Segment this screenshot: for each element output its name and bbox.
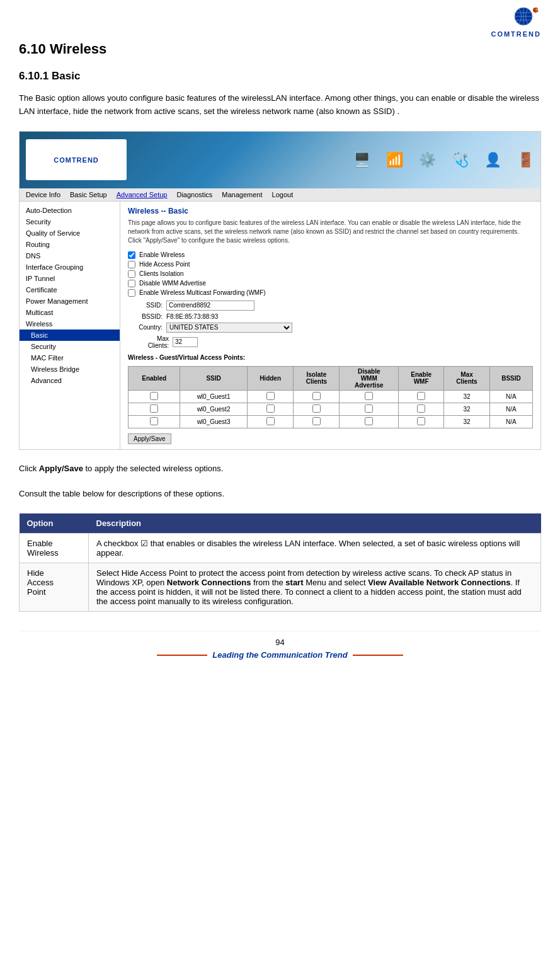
nav-icon-mgmt: 👤 [484, 152, 501, 168]
guest3-enable-wmf[interactable] [417, 417, 425, 425]
sidebar-item-iptunnel[interactable]: IP Tunnel [20, 273, 120, 284]
max-clients-input[interactable] [173, 337, 198, 347]
col-enable-wmf: EnableWMF [399, 366, 444, 390]
nav-icon-advanced: ⚙️ [419, 152, 436, 168]
sidebar-item-wireless[interactable]: Wireless [20, 318, 120, 329]
nav-advanced-setup[interactable]: Advanced Setup [117, 191, 168, 198]
guest3-disable-wmm[interactable] [365, 417, 373, 425]
click-text-suffix: to apply the selected wireless options. [83, 464, 224, 473]
sidebar-item-dns[interactable]: DNS [20, 250, 120, 261]
sidebar-item-advanced[interactable]: Advanced [20, 375, 120, 386]
page-number: 94 [19, 638, 541, 647]
col-isolate: IsolateClients [294, 366, 340, 390]
consult-paragraph: Consult the table below for descriptions… [19, 488, 541, 501]
guest1-bssid: N/A [489, 390, 532, 403]
options-col-description: Description [89, 513, 541, 534]
col-bssid: BSSID [489, 366, 532, 390]
guest2-disable-wmm[interactable] [365, 404, 373, 413]
sidebar-item-security-top[interactable]: Security [20, 216, 120, 227]
sidebar-item-basic[interactable]: Basic [20, 329, 120, 341]
checkbox-enable-wireless: Enable Wireless [128, 251, 533, 259]
guest3-hidden[interactable] [266, 417, 275, 425]
sidebar-item-certificate[interactable]: Certificate [20, 284, 120, 295]
router-logo-area: COMTREND [26, 139, 127, 180]
nav-icon-diag: 🩺 [452, 152, 469, 168]
option-name-hide-ap: HideAccessPoint [20, 563, 89, 612]
sidebar-item-routing[interactable]: Routing [20, 239, 120, 250]
max-clients-label: MaxClients: [128, 335, 169, 349]
router-screenshot: COMTREND 🖥️ 📶 ⚙️ 🩺 👤 [19, 131, 541, 450]
country-label: Country: [128, 324, 163, 331]
sidebar-item-security[interactable]: Security [20, 341, 120, 352]
page-header: 🏃 COMTREND [19, 6, 541, 38]
page-title: 6.10 Wireless [19, 41, 541, 57]
nav-diagnostics[interactable]: Diagnostics [176, 191, 212, 198]
nav-logout[interactable]: Logout [272, 191, 294, 198]
sidebar-item-interface-grouping[interactable]: Interface Grouping [20, 261, 120, 273]
guest2-isolate[interactable] [312, 404, 321, 413]
checkbox-disable-wmm-input[interactable] [128, 280, 135, 287]
guest3-ssid: wl0_Guest3 [180, 415, 247, 428]
guest2-enable-wmf[interactable] [417, 404, 425, 413]
sidebar-item-multicast[interactable]: Multicast [20, 307, 120, 318]
option-name-enable-wireless: EnableWireless [20, 534, 89, 563]
col-disable-wmm: DisableWMMAdvertise [340, 366, 399, 390]
option-desc-hide-ap: Select Hide Access Point to protect the … [89, 563, 541, 612]
guest-table-title: Wireless - Guest/Virtual Access Points: [128, 354, 533, 361]
click-apply-bold: Apply/Save [39, 464, 83, 473]
apply-save-button[interactable]: Apply/Save [128, 433, 171, 444]
nav-icon-logout: 🚪 [517, 152, 534, 168]
content-title: Wireless -- Basic [128, 207, 533, 215]
country-select[interactable]: UNITED STATES [166, 323, 292, 333]
section-title: 6.10.1 Basic [19, 70, 541, 83]
checkbox-hide-ap-input[interactable] [128, 261, 135, 268]
nav-basic-setup[interactable]: Basic Setup [70, 191, 107, 198]
comtrend-logo: 🏃 COMTREND [491, 6, 541, 38]
router-logo-text: COMTREND [54, 156, 99, 164]
sidebar-item-wirelessbridge[interactable]: Wireless Bridge [20, 364, 120, 375]
table-row: wl0_Guest1 32 N/A [129, 390, 533, 403]
click-text-prefix: Click [19, 464, 39, 473]
guest3-enabled[interactable] [150, 417, 158, 425]
ssid-field: SSID: [128, 301, 533, 311]
sidebar-item-qos[interactable]: Quality of Service [20, 227, 120, 239]
checkbox-clients-isolation-input[interactable] [128, 270, 135, 278]
checkbox-clients-isolation: Clients Isolation [128, 270, 533, 278]
ssid-input[interactable] [166, 301, 254, 311]
options-col-option: Option [20, 513, 89, 534]
guest1-disable-wmm[interactable] [365, 392, 373, 400]
checkbox-clients-isolation-label: Clients Isolation [139, 270, 184, 277]
guest2-ssid: wl0_Guest2 [180, 403, 247, 415]
checkbox-hide-ap: Hide Access Point [128, 261, 533, 268]
router-header: COMTREND 🖥️ 📶 ⚙️ 🩺 👤 [20, 132, 540, 188]
footer-brand: Leading the Communication Trend [212, 650, 347, 660]
bssid-field: BSSID: F8:8E:85:73:88:93 [128, 313, 533, 320]
router-nav-icons: 🖥️ 📶 ⚙️ 🩺 👤 🚪 [353, 152, 534, 168]
guest1-hidden[interactable] [266, 392, 275, 400]
router-sidebar: Auto-Detection Security Quality of Servi… [20, 202, 120, 449]
checkbox-enable-wmf-label: Enable Wireless Multicast Forwarding (WM… [139, 289, 266, 296]
checkbox-enable-wmf-input[interactable] [128, 289, 135, 297]
checkbox-disable-wmm: Disable WMM Advertise [128, 280, 533, 287]
sidebar-item-autodetection[interactable]: Auto-Detection [20, 205, 120, 216]
guest3-isolate[interactable] [312, 417, 321, 425]
sidebar-item-power[interactable]: Power Management [20, 295, 120, 307]
guest2-hidden[interactable] [266, 404, 275, 413]
checkbox-enable-wireless-input[interactable] [128, 251, 135, 259]
guest1-enable-wmf[interactable] [417, 392, 425, 400]
nav-management[interactable]: Management [222, 191, 262, 198]
guest2-enabled[interactable] [150, 404, 158, 413]
guest1-isolate[interactable] [312, 392, 321, 400]
table-row: wl0_Guest3 32 N/A [129, 415, 533, 428]
checkbox-hide-ap-label: Hide Access Point [139, 261, 190, 268]
router-content: Wireless -- Basic This page allows you t… [120, 202, 540, 449]
guest-table: Enabled SSID Hidden IsolateClients Disab… [128, 366, 533, 428]
svg-text:🏃: 🏃 [534, 7, 540, 13]
nav-device-info[interactable]: Device Info [26, 191, 60, 198]
router-body: Auto-Detection Security Quality of Servi… [20, 202, 540, 449]
col-enabled: Enabled [129, 366, 180, 390]
click-apply-paragraph: Click Apply/Save to apply the selected w… [19, 462, 541, 476]
table-row: wl0_Guest2 32 N/A [129, 403, 533, 415]
sidebar-item-macfilter[interactable]: MAC Filter [20, 352, 120, 364]
guest1-enabled[interactable] [150, 392, 158, 400]
